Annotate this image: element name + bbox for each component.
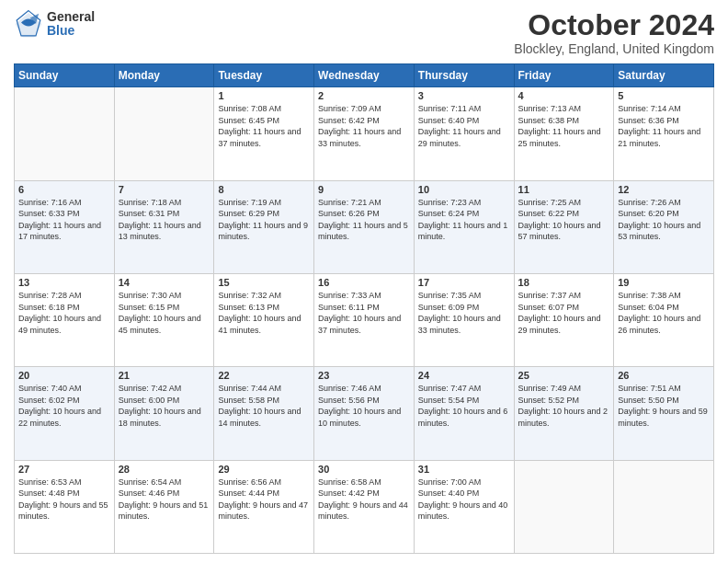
title-area: October 2024 Blockley, England, United K…: [514, 9, 714, 56]
day-info: Sunrise: 7:32 AM Sunset: 6:13 PM Dayligh…: [218, 290, 310, 336]
day-info: Sunrise: 7:46 AM Sunset: 5:56 PM Dayligh…: [318, 383, 410, 429]
day-info: Sunrise: 7:49 AM Sunset: 5:52 PM Dayligh…: [518, 383, 610, 429]
calendar-cell: [114, 87, 214, 180]
day-info: Sunrise: 7:42 AM Sunset: 6:00 PM Dayligh…: [119, 383, 210, 429]
day-info: Sunrise: 7:13 AM Sunset: 6:38 PM Dayligh…: [518, 103, 610, 149]
calendar-cell: 5Sunrise: 7:14 AM Sunset: 6:36 PM Daylig…: [614, 87, 714, 180]
day-info: Sunrise: 7:38 AM Sunset: 6:04 PM Dayligh…: [618, 290, 710, 336]
day-number: 6: [18, 184, 110, 195]
calendar-cell: 10Sunrise: 7:23 AM Sunset: 6:24 PM Dayli…: [414, 180, 514, 273]
day-info: Sunrise: 7:18 AM Sunset: 6:31 PM Dayligh…: [119, 197, 210, 243]
col-monday: Monday: [114, 64, 214, 87]
day-number: 25: [518, 370, 610, 381]
day-number: 11: [518, 184, 610, 195]
calendar-cell: 18Sunrise: 7:37 AM Sunset: 6:07 PM Dayli…: [514, 273, 614, 366]
location: Blockley, England, United Kingdom: [514, 41, 714, 56]
day-info: Sunrise: 7:51 AM Sunset: 5:50 PM Dayligh…: [618, 383, 710, 429]
day-number: 17: [418, 277, 510, 288]
day-info: Sunrise: 6:58 AM Sunset: 4:42 PM Dayligh…: [318, 477, 410, 523]
calendar-cell: 24Sunrise: 7:47 AM Sunset: 5:54 PM Dayli…: [414, 367, 514, 460]
day-info: Sunrise: 7:40 AM Sunset: 6:02 PM Dayligh…: [18, 383, 110, 429]
calendar-cell: 12Sunrise: 7:26 AM Sunset: 6:20 PM Dayli…: [614, 180, 714, 273]
day-number: 24: [418, 370, 510, 381]
day-number: 18: [518, 277, 610, 288]
calendar-cell: 1Sunrise: 7:08 AM Sunset: 6:45 PM Daylig…: [214, 87, 314, 180]
day-info: Sunrise: 7:25 AM Sunset: 6:22 PM Dayligh…: [518, 197, 610, 243]
calendar-cell: 15Sunrise: 7:32 AM Sunset: 6:13 PM Dayli…: [214, 273, 314, 366]
calendar-cell: [514, 460, 614, 553]
day-number: 27: [18, 464, 110, 475]
day-number: 7: [119, 184, 210, 195]
calendar-cell: 11Sunrise: 7:25 AM Sunset: 6:22 PM Dayli…: [514, 180, 614, 273]
logo-general-text: General: [47, 10, 95, 24]
calendar-cell: 6Sunrise: 7:16 AM Sunset: 6:33 PM Daylig…: [15, 180, 115, 273]
day-number: 15: [218, 277, 310, 288]
day-number: 4: [518, 90, 610, 101]
day-info: Sunrise: 7:00 AM Sunset: 4:40 PM Dayligh…: [418, 477, 510, 523]
calendar-cell: 16Sunrise: 7:33 AM Sunset: 6:11 PM Dayli…: [314, 273, 415, 366]
day-info: Sunrise: 7:28 AM Sunset: 6:18 PM Dayligh…: [18, 290, 110, 336]
day-number: 19: [618, 277, 710, 288]
day-number: 1: [218, 90, 310, 101]
page: General Blue October 2024 Blockley, Engl…: [0, 0, 728, 563]
month-title: October 2024: [514, 9, 714, 41]
calendar-table: Sunday Monday Tuesday Wednesday Thursday…: [14, 63, 714, 554]
calendar-cell: 28Sunrise: 6:54 AM Sunset: 4:46 PM Dayli…: [114, 460, 214, 553]
day-info: Sunrise: 7:35 AM Sunset: 6:09 PM Dayligh…: [418, 290, 510, 336]
day-number: 31: [418, 464, 510, 475]
day-info: Sunrise: 7:26 AM Sunset: 6:20 PM Dayligh…: [618, 197, 710, 243]
calendar-cell: 20Sunrise: 7:40 AM Sunset: 6:02 PM Dayli…: [15, 367, 115, 460]
day-number: 13: [18, 277, 110, 288]
day-number: 8: [218, 184, 310, 195]
day-number: 3: [418, 90, 510, 101]
day-info: Sunrise: 6:54 AM Sunset: 4:46 PM Dayligh…: [119, 477, 210, 523]
day-info: Sunrise: 7:44 AM Sunset: 5:58 PM Dayligh…: [218, 383, 310, 429]
day-number: 20: [18, 370, 110, 381]
col-friday: Friday: [514, 64, 614, 87]
calendar-cell: 2Sunrise: 7:09 AM Sunset: 6:42 PM Daylig…: [314, 87, 415, 180]
col-sunday: Sunday: [15, 64, 115, 87]
day-number: 21: [119, 370, 210, 381]
logo: General Blue: [14, 9, 95, 39]
calendar-week-3: 13Sunrise: 7:28 AM Sunset: 6:18 PM Dayli…: [15, 273, 714, 366]
day-info: Sunrise: 7:16 AM Sunset: 6:33 PM Dayligh…: [18, 197, 110, 243]
generalblue-logo-icon: [14, 9, 43, 39]
day-number: 14: [119, 277, 210, 288]
day-info: Sunrise: 7:30 AM Sunset: 6:15 PM Dayligh…: [119, 290, 210, 336]
calendar-cell: 29Sunrise: 6:56 AM Sunset: 4:44 PM Dayli…: [214, 460, 314, 553]
calendar-cell: 25Sunrise: 7:49 AM Sunset: 5:52 PM Dayli…: [514, 367, 614, 460]
day-number: 22: [218, 370, 310, 381]
calendar-week-2: 6Sunrise: 7:16 AM Sunset: 6:33 PM Daylig…: [15, 180, 714, 273]
day-info: Sunrise: 7:09 AM Sunset: 6:42 PM Dayligh…: [318, 103, 410, 149]
calendar-cell: 8Sunrise: 7:19 AM Sunset: 6:29 PM Daylig…: [214, 180, 314, 273]
calendar-cell: [15, 87, 115, 180]
day-number: 29: [218, 464, 310, 475]
day-info: Sunrise: 6:53 AM Sunset: 4:48 PM Dayligh…: [18, 477, 110, 523]
logo-blue-text: Blue: [47, 24, 95, 38]
calendar-week-1: 1Sunrise: 7:08 AM Sunset: 6:45 PM Daylig…: [15, 87, 714, 180]
calendar-cell: 30Sunrise: 6:58 AM Sunset: 4:42 PM Dayli…: [314, 460, 415, 553]
day-number: 16: [318, 277, 410, 288]
day-number: 5: [618, 90, 710, 101]
calendar-cell: 17Sunrise: 7:35 AM Sunset: 6:09 PM Dayli…: [414, 273, 514, 366]
day-number: 23: [318, 370, 410, 381]
day-info: Sunrise: 7:47 AM Sunset: 5:54 PM Dayligh…: [418, 383, 510, 429]
day-number: 2: [318, 90, 410, 101]
logo-text: General Blue: [47, 10, 95, 39]
calendar-cell: 13Sunrise: 7:28 AM Sunset: 6:18 PM Dayli…: [15, 273, 115, 366]
day-number: 12: [618, 184, 710, 195]
calendar-cell: 31Sunrise: 7:00 AM Sunset: 4:40 PM Dayli…: [414, 460, 514, 553]
col-thursday: Thursday: [414, 64, 514, 87]
calendar-cell: 7Sunrise: 7:18 AM Sunset: 6:31 PM Daylig…: [114, 180, 214, 273]
day-info: Sunrise: 7:14 AM Sunset: 6:36 PM Dayligh…: [618, 103, 710, 149]
day-info: Sunrise: 7:19 AM Sunset: 6:29 PM Dayligh…: [218, 197, 310, 243]
day-number: 26: [618, 370, 710, 381]
col-saturday: Saturday: [614, 64, 714, 87]
calendar-cell: 26Sunrise: 7:51 AM Sunset: 5:50 PM Dayli…: [614, 367, 714, 460]
header: General Blue October 2024 Blockley, Engl…: [14, 9, 714, 56]
day-number: 30: [318, 464, 410, 475]
calendar-cell: 19Sunrise: 7:38 AM Sunset: 6:04 PM Dayli…: [614, 273, 714, 366]
calendar-cell: [614, 460, 714, 553]
day-info: Sunrise: 7:21 AM Sunset: 6:26 PM Dayligh…: [318, 197, 410, 243]
day-info: Sunrise: 7:08 AM Sunset: 6:45 PM Dayligh…: [218, 103, 310, 149]
